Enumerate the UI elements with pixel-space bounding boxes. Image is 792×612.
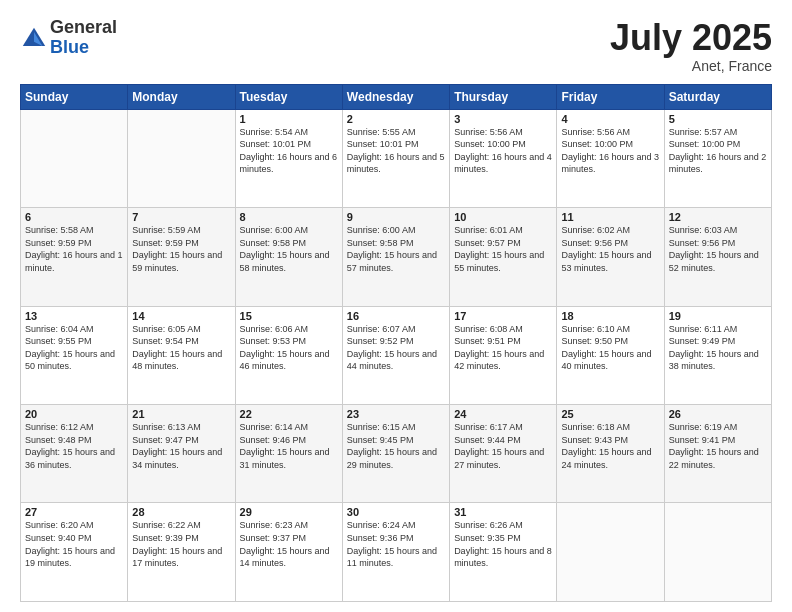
calendar-day-cell: 23Sunrise: 6:15 AM Sunset: 9:45 PM Dayli… — [342, 405, 449, 503]
day-number: 26 — [669, 408, 767, 420]
calendar-day-cell: 15Sunrise: 6:06 AM Sunset: 9:53 PM Dayli… — [235, 306, 342, 404]
calendar-day-cell: 2Sunrise: 5:55 AM Sunset: 10:01 PM Dayli… — [342, 109, 449, 207]
day-info: Sunrise: 6:02 AM Sunset: 9:56 PM Dayligh… — [561, 225, 651, 273]
weekday-header: Monday — [128, 84, 235, 109]
weekday-header: Friday — [557, 84, 664, 109]
day-number: 18 — [561, 310, 659, 322]
calendar-day-cell: 24Sunrise: 6:17 AM Sunset: 9:44 PM Dayli… — [450, 405, 557, 503]
calendar-day-cell: 8Sunrise: 6:00 AM Sunset: 9:58 PM Daylig… — [235, 208, 342, 306]
day-number: 17 — [454, 310, 552, 322]
calendar-day-cell: 21Sunrise: 6:13 AM Sunset: 9:47 PM Dayli… — [128, 405, 235, 503]
calendar-day-cell: 14Sunrise: 6:05 AM Sunset: 9:54 PM Dayli… — [128, 306, 235, 404]
day-number: 9 — [347, 211, 445, 223]
calendar-header-row: SundayMondayTuesdayWednesdayThursdayFrid… — [21, 84, 772, 109]
title-block: July 2025 Anet, France — [610, 18, 772, 74]
day-number: 27 — [25, 506, 123, 518]
calendar-day-cell — [664, 503, 771, 602]
weekday-header: Saturday — [664, 84, 771, 109]
day-info: Sunrise: 6:22 AM Sunset: 9:39 PM Dayligh… — [132, 520, 222, 568]
day-info: Sunrise: 6:11 AM Sunset: 9:49 PM Dayligh… — [669, 324, 759, 372]
location: Anet, France — [610, 58, 772, 74]
page: General Blue July 2025 Anet, France Sund… — [0, 0, 792, 612]
calendar-day-cell: 9Sunrise: 6:00 AM Sunset: 9:58 PM Daylig… — [342, 208, 449, 306]
day-info: Sunrise: 6:04 AM Sunset: 9:55 PM Dayligh… — [25, 324, 115, 372]
calendar-day-cell: 7Sunrise: 5:59 AM Sunset: 9:59 PM Daylig… — [128, 208, 235, 306]
calendar-day-cell: 26Sunrise: 6:19 AM Sunset: 9:41 PM Dayli… — [664, 405, 771, 503]
day-number: 6 — [25, 211, 123, 223]
logo-general: General — [50, 18, 117, 38]
logo: General Blue — [20, 18, 117, 58]
day-info: Sunrise: 6:03 AM Sunset: 9:56 PM Dayligh… — [669, 225, 759, 273]
day-number: 29 — [240, 506, 338, 518]
weekday-header: Thursday — [450, 84, 557, 109]
day-number: 13 — [25, 310, 123, 322]
day-number: 21 — [132, 408, 230, 420]
day-number: 8 — [240, 211, 338, 223]
day-number: 1 — [240, 113, 338, 125]
calendar-day-cell: 6Sunrise: 5:58 AM Sunset: 9:59 PM Daylig… — [21, 208, 128, 306]
day-number: 5 — [669, 113, 767, 125]
day-info: Sunrise: 6:12 AM Sunset: 9:48 PM Dayligh… — [25, 422, 115, 470]
calendar-week-row: 20Sunrise: 6:12 AM Sunset: 9:48 PM Dayli… — [21, 405, 772, 503]
day-number: 19 — [669, 310, 767, 322]
calendar-day-cell: 20Sunrise: 6:12 AM Sunset: 9:48 PM Dayli… — [21, 405, 128, 503]
logo-text: General Blue — [50, 18, 117, 58]
calendar-day-cell: 11Sunrise: 6:02 AM Sunset: 9:56 PM Dayli… — [557, 208, 664, 306]
day-info: Sunrise: 6:00 AM Sunset: 9:58 PM Dayligh… — [347, 225, 437, 273]
day-info: Sunrise: 6:13 AM Sunset: 9:47 PM Dayligh… — [132, 422, 222, 470]
calendar-day-cell — [21, 109, 128, 207]
calendar-day-cell — [128, 109, 235, 207]
day-number: 16 — [347, 310, 445, 322]
day-info: Sunrise: 5:59 AM Sunset: 9:59 PM Dayligh… — [132, 225, 222, 273]
calendar-day-cell: 29Sunrise: 6:23 AM Sunset: 9:37 PM Dayli… — [235, 503, 342, 602]
day-info: Sunrise: 6:14 AM Sunset: 9:46 PM Dayligh… — [240, 422, 330, 470]
day-info: Sunrise: 6:26 AM Sunset: 9:35 PM Dayligh… — [454, 520, 552, 568]
day-number: 4 — [561, 113, 659, 125]
day-number: 23 — [347, 408, 445, 420]
day-number: 31 — [454, 506, 552, 518]
day-info: Sunrise: 6:01 AM Sunset: 9:57 PM Dayligh… — [454, 225, 544, 273]
day-number: 3 — [454, 113, 552, 125]
day-number: 30 — [347, 506, 445, 518]
calendar-day-cell: 31Sunrise: 6:26 AM Sunset: 9:35 PM Dayli… — [450, 503, 557, 602]
calendar-week-row: 6Sunrise: 5:58 AM Sunset: 9:59 PM Daylig… — [21, 208, 772, 306]
day-info: Sunrise: 6:23 AM Sunset: 9:37 PM Dayligh… — [240, 520, 330, 568]
day-info: Sunrise: 6:00 AM Sunset: 9:58 PM Dayligh… — [240, 225, 330, 273]
calendar-day-cell: 10Sunrise: 6:01 AM Sunset: 9:57 PM Dayli… — [450, 208, 557, 306]
day-info: Sunrise: 6:20 AM Sunset: 9:40 PM Dayligh… — [25, 520, 115, 568]
calendar-day-cell: 13Sunrise: 6:04 AM Sunset: 9:55 PM Dayli… — [21, 306, 128, 404]
day-info: Sunrise: 6:24 AM Sunset: 9:36 PM Dayligh… — [347, 520, 437, 568]
day-number: 7 — [132, 211, 230, 223]
month-title: July 2025 — [610, 18, 772, 58]
day-info: Sunrise: 6:19 AM Sunset: 9:41 PM Dayligh… — [669, 422, 759, 470]
calendar-table: SundayMondayTuesdayWednesdayThursdayFrid… — [20, 84, 772, 602]
calendar-day-cell: 19Sunrise: 6:11 AM Sunset: 9:49 PM Dayli… — [664, 306, 771, 404]
calendar-day-cell: 12Sunrise: 6:03 AM Sunset: 9:56 PM Dayli… — [664, 208, 771, 306]
day-info: Sunrise: 6:07 AM Sunset: 9:52 PM Dayligh… — [347, 324, 437, 372]
day-number: 25 — [561, 408, 659, 420]
day-number: 20 — [25, 408, 123, 420]
day-info: Sunrise: 6:05 AM Sunset: 9:54 PM Dayligh… — [132, 324, 222, 372]
calendar-week-row: 13Sunrise: 6:04 AM Sunset: 9:55 PM Dayli… — [21, 306, 772, 404]
day-number: 11 — [561, 211, 659, 223]
calendar-day-cell: 4Sunrise: 5:56 AM Sunset: 10:00 PM Dayli… — [557, 109, 664, 207]
calendar-day-cell — [557, 503, 664, 602]
day-number: 24 — [454, 408, 552, 420]
calendar-day-cell: 22Sunrise: 6:14 AM Sunset: 9:46 PM Dayli… — [235, 405, 342, 503]
calendar-week-row: 1Sunrise: 5:54 AM Sunset: 10:01 PM Dayli… — [21, 109, 772, 207]
logo-icon — [20, 25, 48, 53]
calendar-day-cell: 27Sunrise: 6:20 AM Sunset: 9:40 PM Dayli… — [21, 503, 128, 602]
calendar-day-cell: 1Sunrise: 5:54 AM Sunset: 10:01 PM Dayli… — [235, 109, 342, 207]
day-info: Sunrise: 5:56 AM Sunset: 10:00 PM Daylig… — [561, 127, 659, 175]
calendar-day-cell: 25Sunrise: 6:18 AM Sunset: 9:43 PM Dayli… — [557, 405, 664, 503]
day-info: Sunrise: 6:15 AM Sunset: 9:45 PM Dayligh… — [347, 422, 437, 470]
day-info: Sunrise: 5:58 AM Sunset: 9:59 PM Dayligh… — [25, 225, 123, 273]
day-number: 10 — [454, 211, 552, 223]
weekday-header: Tuesday — [235, 84, 342, 109]
day-number: 22 — [240, 408, 338, 420]
day-number: 12 — [669, 211, 767, 223]
day-info: Sunrise: 5:56 AM Sunset: 10:00 PM Daylig… — [454, 127, 552, 175]
day-number: 15 — [240, 310, 338, 322]
day-info: Sunrise: 6:18 AM Sunset: 9:43 PM Dayligh… — [561, 422, 651, 470]
calendar-day-cell: 5Sunrise: 5:57 AM Sunset: 10:00 PM Dayli… — [664, 109, 771, 207]
